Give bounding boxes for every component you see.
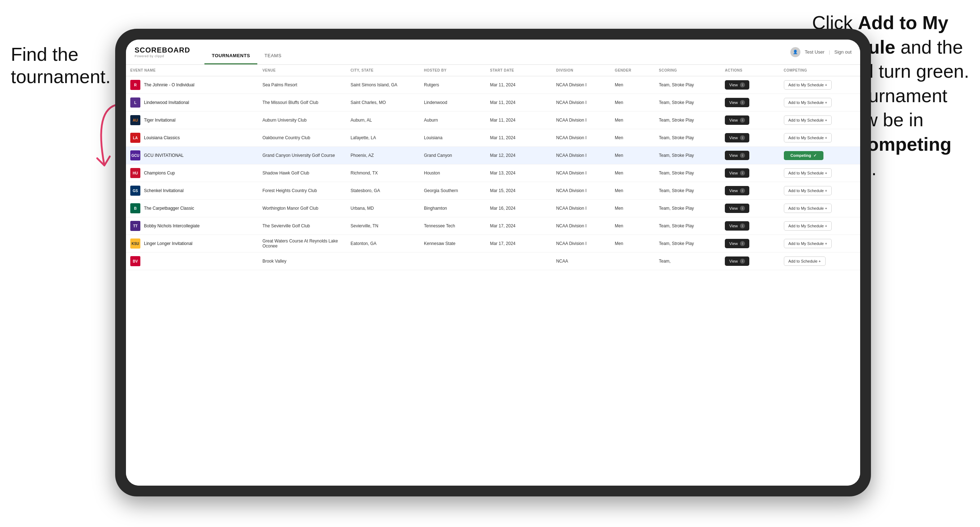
table-row: L Lindenwood Invitational The Missouri B… xyxy=(126,94,860,111)
col-header-actions: ACTIONS xyxy=(721,65,779,76)
view-button[interactable]: View i xyxy=(725,116,749,125)
team-logo: R xyxy=(130,80,140,90)
start-date-cell: Mar 11, 2024 xyxy=(486,111,552,129)
add-to-schedule-button[interactable]: Add to My Schedule + xyxy=(784,239,832,248)
team-logo: GS xyxy=(130,186,140,196)
signout-link[interactable]: Sign out xyxy=(834,49,851,55)
event-name-cell: GS Schenkel Invitational xyxy=(130,186,254,196)
col-header-date: START DATE xyxy=(486,65,552,76)
event-name-cell: BV xyxy=(130,256,254,266)
start-date-cell: Mar 12, 2024 xyxy=(486,147,552,164)
team-logo: KSU xyxy=(130,238,140,249)
add-to-schedule-button[interactable]: Add to My Schedule + xyxy=(784,168,832,178)
hosted-by-cell: Auburn xyxy=(420,111,486,129)
checkmark-icon: ✓ xyxy=(813,153,817,158)
tablet-frame: SCOREBOARD Powered by clippd TOURNAMENTS… xyxy=(115,29,871,497)
view-button[interactable]: View i xyxy=(725,133,749,143)
app-logo-sub: Powered by clippd xyxy=(135,54,190,58)
view-button[interactable]: View i xyxy=(725,186,749,195)
info-icon: i xyxy=(740,259,745,264)
table-row: TT Bobby Nichols Intercollegiate The Sev… xyxy=(126,217,860,235)
city-cell: Lafayette, LA xyxy=(346,129,420,147)
info-icon: i xyxy=(740,153,745,158)
competing-label: Competing xyxy=(790,153,811,157)
add-to-schedule-button[interactable]: Add to My Schedule + xyxy=(784,203,832,213)
user-label: Test User xyxy=(805,49,824,55)
add-to-schedule-button[interactable]: Add to My Schedule + xyxy=(784,186,832,195)
event-name-cell: L Lindenwood Invitational xyxy=(130,97,254,108)
division-cell: NCAA Division I xyxy=(552,76,610,94)
info-icon: i xyxy=(740,224,745,229)
view-button[interactable]: View i xyxy=(725,203,749,213)
view-button[interactable]: View i xyxy=(725,151,749,160)
division-cell: NCAA Division I xyxy=(552,111,610,129)
event-name-text: Louisiana Classics xyxy=(144,135,180,140)
venue-cell: Auburn University Club xyxy=(258,111,346,129)
actions-cell: View i xyxy=(721,182,779,200)
col-header-scoring: SCORING xyxy=(655,65,721,76)
start-date-cell: Mar 13, 2024 xyxy=(486,164,552,182)
hosted-by-cell xyxy=(420,252,486,270)
actions-cell: View i xyxy=(721,200,779,217)
venue-cell: Grand Canyon University Golf Course xyxy=(258,147,346,164)
col-header-city: CITY, STATE xyxy=(346,65,420,76)
event-name-cell: GCU GCU INVITATIONAL xyxy=(130,150,254,160)
view-button[interactable]: View i xyxy=(725,221,749,230)
scoring-cell: Team, Stroke Play xyxy=(655,182,721,200)
team-logo: AU xyxy=(130,115,140,125)
view-button[interactable]: View i xyxy=(725,239,749,248)
col-header-venue: VENUE xyxy=(258,65,346,76)
division-cell: NCAA Division I xyxy=(552,200,610,217)
start-date-cell: Mar 11, 2024 xyxy=(486,76,552,94)
info-icon: i xyxy=(740,135,745,140)
view-button[interactable]: View i xyxy=(725,98,749,107)
team-logo: HU xyxy=(130,168,140,178)
view-button[interactable]: View i xyxy=(725,168,749,178)
divider: | xyxy=(829,49,830,55)
view-button[interactable]: View i xyxy=(725,257,749,266)
add-to-schedule-button[interactable]: Add to My Schedule + xyxy=(784,98,832,107)
actions-cell: View i xyxy=(721,94,779,111)
add-to-schedule-button[interactable]: Add to My Schedule + xyxy=(784,221,832,230)
view-button[interactable]: View i xyxy=(725,80,749,90)
division-cell: NCAA Division I xyxy=(552,129,610,147)
venue-cell: The Sevierville Golf Club xyxy=(258,217,346,235)
start-date-cell: Mar 17, 2024 xyxy=(486,217,552,235)
tab-tournaments[interactable]: TOURNAMENTS xyxy=(204,48,257,64)
event-name-cell: HU Champions Cup xyxy=(130,168,254,178)
hosted-by-cell: Louisiana xyxy=(420,129,486,147)
add-to-schedule-button[interactable]: Add to My Schedule + xyxy=(784,133,832,143)
add-to-schedule-button[interactable]: Add to Schedule + xyxy=(784,257,826,266)
competing-button[interactable]: Competing ✓ xyxy=(784,151,823,160)
actions-cell: View i xyxy=(721,76,779,94)
info-icon: i xyxy=(740,100,745,105)
table-container: EVENT NAME VENUE CITY, STATE HOSTED BY S… xyxy=(126,65,860,486)
division-cell: NCAA Division I xyxy=(552,235,610,252)
city-cell: Sevierville, TN xyxy=(346,217,420,235)
actions-cell: View i xyxy=(721,164,779,182)
competing-cell: Add to My Schedule + xyxy=(780,217,860,235)
venue-cell: Brook Valley xyxy=(258,252,346,270)
event-name-cell: R The Johnnie - O Individual xyxy=(130,80,254,90)
team-logo: BV xyxy=(130,256,140,266)
tab-teams[interactable]: TEAMS xyxy=(257,48,289,64)
event-name-text: GCU INVITATIONAL xyxy=(144,153,183,158)
gender-cell: Men xyxy=(610,200,654,217)
scoring-cell: Team, Stroke Play xyxy=(655,217,721,235)
table-row: KSU Linger Longer Invitational Great Wat… xyxy=(126,235,860,252)
division-cell: NCAA Division I xyxy=(552,182,610,200)
add-to-schedule-button[interactable]: Add to My Schedule + xyxy=(784,80,832,90)
hosted-by-cell: Georgia Southern xyxy=(420,182,486,200)
add-to-schedule-button[interactable]: Add to My Schedule + xyxy=(784,116,832,125)
city-cell: Urbana, MD xyxy=(346,200,420,217)
venue-cell: Worthington Manor Golf Club xyxy=(258,200,346,217)
division-cell: NCAA Division I xyxy=(552,164,610,182)
actions-cell: View i xyxy=(721,147,779,164)
info-icon: i xyxy=(740,188,745,193)
gender-cell: Men xyxy=(610,111,654,129)
annotation-left: Find the tournament. xyxy=(11,43,111,88)
city-cell: Saint Simons Island, GA xyxy=(346,76,420,94)
competing-cell: Add to My Schedule + xyxy=(780,129,860,147)
event-name-cell: B The Carpetbagger Classic xyxy=(130,203,254,213)
venue-cell: Oakbourne Country Club xyxy=(258,129,346,147)
